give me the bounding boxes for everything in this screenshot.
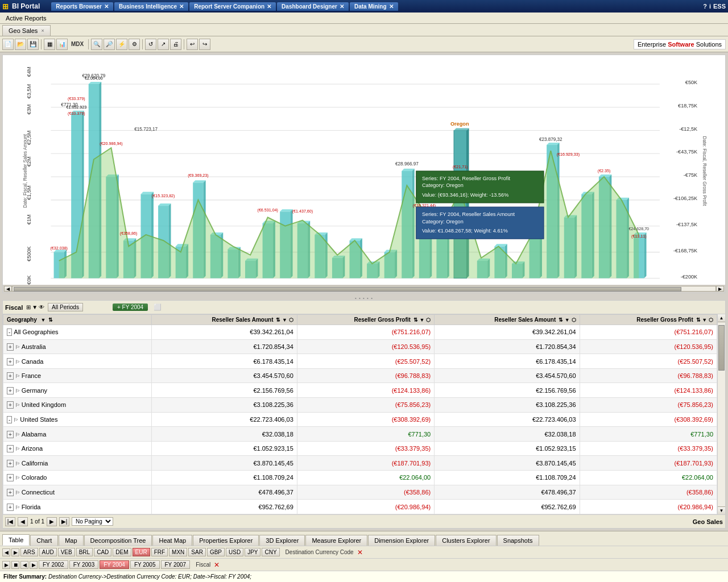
bottom-tab-clusters-explorer[interactable]: Clusters Explorer xyxy=(436,535,496,546)
menu-active-reports[interactable]: Active Reports xyxy=(2,14,50,23)
tb-new-btn[interactable]: 📄 xyxy=(2,39,14,50)
col-rgp-sort[interactable]: ⇅ xyxy=(413,317,418,323)
bottom-tab-snapshots[interactable]: Snapshots xyxy=(497,535,539,546)
bottom-tab-table[interactable]: Table xyxy=(2,534,30,546)
scroll-thumb[interactable] xyxy=(718,325,725,371)
pag-first[interactable]: |◀ xyxy=(5,517,15,526)
col-filter-icon[interactable]: ▼ xyxy=(41,317,46,323)
year-FY-2002[interactable]: FY 2002 xyxy=(39,560,68,569)
bottom-tab-properties-explorer[interactable]: Properties Explorer xyxy=(193,535,259,546)
table-row[interactable]: +🏳United Kingdom €3.108.225,36 (€75.856,… xyxy=(3,398,717,413)
currency-DEM[interactable]: DEM xyxy=(113,548,131,556)
table-row[interactable]: +🏳California €3.870.145,45 (€187.701,93)… xyxy=(3,456,717,471)
close-tab-icon[interactable]: × xyxy=(41,28,44,34)
table-row[interactable]: +🏳Arizona €1.052.923,15 (€33.379,35) €1.… xyxy=(3,441,717,456)
collapse-icon[interactable]: - xyxy=(7,329,12,336)
currency-CNY[interactable]: CNY xyxy=(262,548,279,556)
scroll-up-btn[interactable]: ▲ xyxy=(718,314,725,322)
bottom-tab-heat-map[interactable]: Heat Map xyxy=(152,535,192,546)
tb-undo[interactable]: ↩ xyxy=(187,39,198,50)
table-row[interactable]: +🏳France €3.454.570,60 (€96.788,83) €3.4… xyxy=(3,368,717,383)
currency-SAR[interactable]: SAR xyxy=(188,548,206,556)
tab-dashboard[interactable]: Dashboard Designer ✕ xyxy=(277,2,349,11)
currency-BRL[interactable]: BRL xyxy=(76,548,93,556)
chart-scroll-thumb[interactable] xyxy=(14,287,681,292)
app-tab-geo-sales[interactable]: Geo Sales × xyxy=(2,25,51,36)
table-row[interactable]: +🏳Australia €1.720.854,34 (€120.536,95) … xyxy=(3,339,717,354)
chart-scrollbar[interactable]: ◀ ▶ xyxy=(3,285,725,293)
currency-AUD[interactable]: AUD xyxy=(39,548,57,556)
col-rgp2-filter[interactable]: ▼ xyxy=(702,317,707,323)
col-rgp-filter[interactable]: ▼ xyxy=(419,317,424,323)
expand-icon[interactable]: + xyxy=(7,504,14,511)
bottom-tab-chart[interactable]: Chart xyxy=(30,535,58,546)
curr-prev[interactable]: ◀ xyxy=(2,548,10,556)
expand-icon[interactable]: + xyxy=(7,431,14,438)
expand-icon[interactable]: + xyxy=(7,445,14,452)
vertical-scrollbar[interactable]: ▲ ▼ xyxy=(717,314,725,514)
col-rsa-filter[interactable]: ▼ xyxy=(282,317,287,323)
year-close-icon[interactable]: ✕ xyxy=(214,561,220,569)
tab-report-server[interactable]: Report Server Companion ✕ xyxy=(189,2,276,11)
bottom-tab-dimension-explorer[interactable]: Dimension Explorer xyxy=(368,535,435,546)
chart-scroll-right[interactable]: ▶ xyxy=(716,286,724,292)
expand-icon[interactable]: + xyxy=(7,358,14,365)
expand-icon[interactable]: + xyxy=(7,343,14,351)
col-rsa2-sort[interactable]: ⇅ xyxy=(559,317,563,323)
col-rgp2-extra[interactable]: ⬡ xyxy=(709,317,713,323)
tb-save-btn[interactable]: 💾 xyxy=(27,39,39,50)
year-FY-2003[interactable]: FY 2003 xyxy=(69,560,99,569)
col-rsa2-extra[interactable]: ⬡ xyxy=(572,317,576,323)
bottom-tab-decomposition-tree[interactable]: Decomposition Tree xyxy=(84,535,152,546)
year-FY-2005[interactable]: FY 2005 xyxy=(130,560,160,569)
maximize-icon[interactable]: ⬜ xyxy=(154,304,162,311)
tab-reports-browser[interactable]: Reports Browser ✕ xyxy=(51,2,113,11)
tb-refresh[interactable]: ↺ xyxy=(145,39,156,50)
currency-JPY[interactable]: JPY xyxy=(245,548,260,556)
year-FY-2007[interactable]: FY 2007 xyxy=(161,560,191,569)
tb-export[interactable]: ↗ xyxy=(158,39,169,50)
year-pause-btn[interactable]: ⏹ xyxy=(11,561,19,569)
currency-CAD[interactable]: CAD xyxy=(94,548,111,556)
expand-icon[interactable]: + xyxy=(7,387,14,394)
pag-last[interactable]: ▶| xyxy=(59,517,69,526)
chart-scroll-track[interactable] xyxy=(12,286,716,292)
table-row[interactable]: +🏳Canada €6.178.435,14 (€25.507,52) €6.1… xyxy=(3,354,717,369)
currency-EUR[interactable]: EUR xyxy=(133,548,150,556)
pag-prev[interactable]: ◀ xyxy=(18,517,28,526)
tb-settings[interactable]: ⚙ xyxy=(129,39,140,50)
col-rsa-extra[interactable]: ⬡ xyxy=(289,317,293,323)
year-prev[interactable]: ◀ xyxy=(20,561,28,569)
tb-open-btn[interactable]: 📂 xyxy=(15,39,26,50)
year-next[interactable]: ▶ xyxy=(30,561,38,569)
table-row[interactable]: +🏳Germany €2.156.769,56 (€124.133,86) €2… xyxy=(3,383,717,398)
fy-badge[interactable]: + FY 2004 xyxy=(113,304,148,311)
scroll-down-btn[interactable]: ▼ xyxy=(718,506,725,514)
bottom-tab-map[interactable]: Map xyxy=(59,535,83,546)
currency-close-icon[interactable]: ✕ xyxy=(357,548,363,556)
tb-redo[interactable]: ↪ xyxy=(199,39,210,50)
pag-next[interactable]: ▶ xyxy=(47,517,57,526)
year-play-btn[interactable]: ▶ xyxy=(2,561,10,569)
tab-datamining[interactable]: Data Mining ✕ xyxy=(350,2,398,11)
currency-VEB[interactable]: VEB xyxy=(58,548,75,556)
curr-next[interactable]: ▶ xyxy=(11,548,19,556)
pag-size-select[interactable]: No Paging xyxy=(72,517,113,526)
tb-zoom-in[interactable]: 🔍 xyxy=(91,39,102,50)
tb-filter[interactable]: ⚡ xyxy=(116,39,127,50)
expand-icon[interactable]: + xyxy=(7,372,14,380)
tb-table-btn[interactable]: ▦ xyxy=(44,39,55,50)
tb-zoom-out[interactable]: 🔎 xyxy=(104,39,115,50)
col-sort-icon[interactable]: ⇅ xyxy=(48,317,53,323)
table-row[interactable]: -All Geographies €39.342.261,04 (€751.21… xyxy=(3,325,717,340)
col-rsa2-filter[interactable]: ▼ xyxy=(565,317,570,323)
expand-icon[interactable]: + xyxy=(7,460,14,467)
all-periods-btn[interactable]: All Periods xyxy=(48,303,83,311)
table-row[interactable]: +🏳Colorado €1.108.709,24 €22.064,00 €1.1… xyxy=(3,471,717,485)
table-row[interactable]: -🏳United States €22.723.406,03 (€308.392… xyxy=(3,412,717,427)
expand-icon[interactable]: + xyxy=(7,401,14,409)
currency-GBP[interactable]: GBP xyxy=(207,548,225,556)
year-FY-2004[interactable]: FY 2004 xyxy=(100,560,129,569)
col-rgp-extra[interactable]: ⬡ xyxy=(426,317,431,323)
col-rsa-sort[interactable]: ⇅ xyxy=(276,317,280,323)
